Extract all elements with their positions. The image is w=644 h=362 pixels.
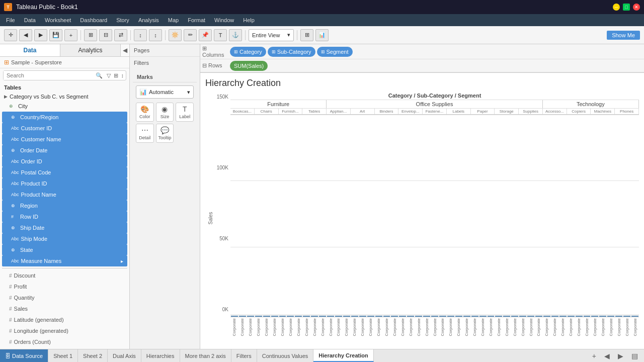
bar-rect[interactable] (407, 316, 414, 317)
menu-dashboard[interactable]: Dashboard (76, 16, 111, 24)
show-me-button[interactable]: Show Me (607, 31, 640, 40)
bar-rect[interactable] (335, 316, 342, 317)
bar-rect[interactable] (471, 316, 478, 317)
menu-story[interactable]: Story (112, 16, 133, 24)
bar-rect[interactable] (527, 316, 534, 317)
tab-data[interactable]: Data (0, 44, 60, 56)
bar-rect[interactable] (591, 316, 598, 317)
bar-rect[interactable] (263, 316, 270, 317)
toolbar-forward-btn[interactable]: ▶ (34, 29, 47, 41)
view-dropdown[interactable]: Entire View ▾ (249, 29, 294, 41)
field-postal-code[interactable]: Abc Postal Code (2, 167, 127, 178)
pill-subcategory[interactable]: ⊞ Sub-Category (268, 47, 315, 57)
toolbar-grid-btn[interactable]: ⊞ (300, 29, 313, 41)
bar-rect[interactable] (511, 316, 518, 317)
bar-rect[interactable] (399, 316, 406, 317)
toolbar-swap-btn[interactable]: ⇄ (114, 29, 127, 41)
menu-data[interactable]: Data (20, 16, 40, 24)
bar-rect[interactable] (576, 316, 583, 317)
search-box[interactable]: 🔍 ▽ ⊞ ↕ (3, 70, 126, 80)
toolbar-annot-btn[interactable]: ✏ (184, 29, 197, 41)
bar-rect[interactable] (543, 316, 550, 317)
pill-sales[interactable]: SUM(Sales) (230, 61, 268, 71)
bar-rect[interactable] (359, 316, 366, 317)
bar-rect[interactable] (279, 316, 286, 317)
bar-rect[interactable] (631, 316, 638, 317)
field-longitude[interactable]: # Longitude (generated) (0, 325, 129, 336)
bar-rect[interactable] (568, 316, 575, 317)
bar-rect[interactable] (375, 316, 382, 317)
close-button[interactable]: ✕ (633, 4, 640, 11)
field-customer-name[interactable]: Abc Customer Name (2, 134, 127, 145)
search-input[interactable] (4, 71, 94, 80)
tab-data-source[interactable]: 🗄 Data Source (0, 349, 48, 362)
toolbar-label-btn[interactable]: T (214, 29, 227, 41)
tab-continuous-values[interactable]: Continuous Values (257, 349, 314, 362)
field-product-name[interactable]: Abc Product Name (2, 189, 127, 200)
marks-detail-button[interactable]: ⋯ Detail (136, 124, 154, 143)
bar-rect[interactable] (431, 316, 438, 317)
marks-tooltip-button[interactable]: 💬 Tooltip (156, 124, 174, 143)
field-profit[interactable]: # Profit (0, 281, 129, 292)
tab-filters[interactable]: Filters (231, 349, 257, 362)
menu-help[interactable]: Help (239, 16, 259, 24)
field-sales[interactable]: # Sales (0, 303, 129, 314)
bar-rect[interactable] (599, 316, 606, 317)
bar-rect[interactable] (463, 316, 470, 317)
bar-rect[interactable] (319, 316, 326, 317)
toolbar-back-btn[interactable]: ◀ (19, 29, 32, 41)
menu-window[interactable]: Window (210, 16, 238, 24)
marks-label-button[interactable]: T Label (176, 103, 194, 122)
bar-rect[interactable] (367, 316, 374, 317)
pill-segment[interactable]: ⊞ Segment (317, 47, 353, 57)
bar-rect[interactable] (607, 316, 614, 317)
bar-rect[interactable] (488, 316, 495, 317)
toolbar-highlight-btn[interactable]: 🔆 (169, 29, 182, 41)
title-bar-controls[interactable]: ─ □ ✕ (613, 4, 640, 11)
toolbar-fix-btn[interactable]: ⚓ (229, 29, 242, 41)
bar-rect[interactable] (343, 316, 350, 317)
bar-rect[interactable] (519, 316, 526, 317)
field-ship-mode[interactable]: Abc Ship Mode (2, 233, 127, 244)
toolbar-pointer-btn[interactable]: ✛ (4, 29, 17, 41)
bar-rect[interactable] (287, 316, 294, 317)
bar-rect[interactable] (271, 316, 278, 317)
bar-rect[interactable] (255, 316, 262, 317)
toolbar-cols-btn[interactable]: ⊟ (99, 29, 112, 41)
collapse-left-panel-button[interactable]: ◀ (121, 44, 129, 56)
toolbar-chart-btn[interactable]: 📊 (315, 29, 329, 41)
menu-format[interactable]: Format (184, 16, 209, 24)
tab-hierarchies[interactable]: Hierarchies (141, 349, 180, 362)
field-ship-date[interactable]: ⊕ Ship Date (2, 222, 127, 233)
pill-category[interactable]: ⊞ Category (230, 47, 266, 57)
bar-rect[interactable] (623, 316, 630, 317)
bar-rect[interactable] (584, 316, 591, 317)
field-row-id[interactable]: # Row ID (2, 211, 127, 222)
view-toggle-button[interactable]: ⊞ (113, 72, 119, 79)
bar-rect[interactable] (559, 316, 567, 317)
field-region[interactable]: ⊕ Region (2, 200, 127, 211)
table-header[interactable]: ▶ Category vs Sub C. vs Segment (0, 93, 129, 101)
field-latitude[interactable]: # Latitude (generated) (0, 314, 129, 325)
sheet-film-strip[interactable]: ▤ (628, 352, 641, 360)
bar-rect[interactable] (311, 316, 318, 317)
filter-fields-button[interactable]: ▽ (106, 72, 112, 79)
scroll-sheets-left[interactable]: ◀ (601, 352, 613, 360)
bar-rect[interactable] (391, 316, 398, 317)
bar-rect[interactable] (455, 316, 462, 317)
bar-rect[interactable] (479, 316, 487, 317)
field-order-id[interactable]: Abc Order ID (2, 156, 127, 167)
field-orders-count[interactable]: # Orders (Count) (0, 336, 129, 347)
menu-map[interactable]: Map (164, 16, 183, 24)
marks-size-button[interactable]: ◉ Size (156, 103, 174, 122)
tab-dual-axis[interactable]: Dual Axis (108, 349, 141, 362)
add-sheet-button[interactable]: + (589, 352, 599, 360)
bar-rect[interactable] (351, 316, 358, 317)
bar-rect[interactable] (495, 316, 502, 317)
bar-rect[interactable] (615, 316, 622, 317)
scroll-sheets-right[interactable]: ▶ (615, 352, 626, 360)
bar-rect[interactable] (503, 316, 510, 317)
field-measure-names[interactable]: Abc Measure Names ▸ (2, 255, 127, 266)
bar-rect[interactable] (327, 316, 334, 317)
toolbar-pin-btn[interactable]: 📌 (199, 29, 212, 41)
